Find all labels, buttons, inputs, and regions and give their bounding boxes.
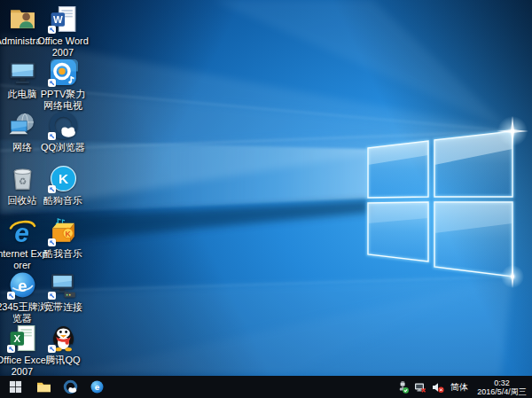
tencent-qq-icon <box>49 324 78 353</box>
internet-explorer-icon: e <box>8 217 37 246</box>
kuwo-music-icon: K <box>49 217 78 246</box>
clock-date: 2016/5/4/周三 <box>477 387 527 396</box>
shortcut-arrow-icon <box>48 132 56 140</box>
desktop-icon-qq-browser[interactable]: QQ浏览器 <box>43 111 83 164</box>
word-icon: W <box>49 4 78 34</box>
desktop-icon-label: 宽带连接 <box>35 301 91 313</box>
shortcut-arrow-icon <box>48 26 56 34</box>
shortcut-arrow-icon <box>48 185 56 193</box>
desktop-icon-label: 腾讯QQ <box>35 355 91 366</box>
shortcut-arrow-icon <box>48 79 56 87</box>
start-button[interactable] <box>0 376 30 398</box>
desktop-icon-label: PPTV聚力 网络电视 <box>35 89 91 111</box>
shortcut-arrow-icon <box>48 292 56 300</box>
desktop-icon-kuwo-music[interactable]: K 酷我音乐 <box>43 217 83 270</box>
qq-browser-icon <box>63 379 78 394</box>
svg-text:e: e <box>94 382 99 392</box>
recycle-bin-icon: ♻ <box>8 164 37 193</box>
svg-text:K: K <box>65 230 71 238</box>
kugou-music-icon: K <box>49 164 78 193</box>
windows-start-icon <box>9 380 22 394</box>
svg-text:K: K <box>58 171 68 186</box>
file-explorer-icon <box>36 380 51 394</box>
svg-text:♻: ♻ <box>18 176 26 186</box>
volume-muted-icon[interactable] <box>432 381 444 394</box>
taskbar-qq-browser-button[interactable] <box>57 376 83 398</box>
desktop-icon-label: QQ浏览器 <box>35 142 91 153</box>
user-folder-icon <box>8 4 37 34</box>
shortcut-arrow-icon <box>7 345 15 353</box>
desktop-icon-office-word[interactable]: W Office Word 2007 <box>43 4 83 58</box>
broadband-connection-icon <box>49 270 78 300</box>
desktop-icon-2345-browser[interactable]: e 2345王牌浏览器 <box>2 270 43 324</box>
excel-icon: X <box>8 324 37 353</box>
shortcut-arrow-icon <box>48 238 56 246</box>
desktop[interactable]: Administra... 此电脑 网络 ♻ 回收站 <box>0 0 532 376</box>
taskbar-file-explorer-button[interactable] <box>30 376 57 398</box>
desktop-icon-label: 酷我音乐 <box>35 248 91 260</box>
desktop-icon-pptv[interactable]: PPTV聚力 网络电视 <box>43 58 83 111</box>
qq-browser-icon <box>49 111 78 140</box>
svg-text:W: W <box>52 14 62 25</box>
desktop-icon-network[interactable]: 网络 <box>2 111 43 164</box>
windows10-desktop-screen: Administra... 此电脑 网络 ♻ 回收站 <box>0 0 532 398</box>
taskbar-2345-browser-button[interactable]: e <box>83 376 110 398</box>
taskbar-clock[interactable]: 0:32 2016/5/4/周三 <box>474 378 529 396</box>
2345-browser-icon: e <box>8 270 37 300</box>
windows-logo <box>368 131 512 277</box>
safely-remove-hardware-icon[interactable] <box>396 381 409 394</box>
svg-text:e: e <box>18 277 27 295</box>
svg-text:X: X <box>13 333 20 344</box>
desktop-icon-label: 酷狗音乐 <box>35 195 91 207</box>
pptv-icon <box>49 58 78 87</box>
desktop-icon-grid: Administra... 此电脑 网络 ♻ 回收站 <box>2 4 83 376</box>
this-pc-icon <box>8 58 37 87</box>
language-indicator[interactable]: 简体 <box>450 376 469 398</box>
desktop-icon-label: Office Word 2007 <box>35 35 91 58</box>
taskbar: e 简体 0:32 2016/5/4/周三 <box>0 376 532 398</box>
system-tray: 简体 0:32 2016/5/4/周三 <box>396 376 529 398</box>
desktop-icon-recycle-bin[interactable]: ♻ 回收站 <box>2 164 43 217</box>
shortcut-arrow-icon <box>48 345 56 353</box>
shortcut-arrow-icon <box>7 292 15 300</box>
network-globe-icon <box>8 111 37 140</box>
desktop-icon-broadband[interactable]: 宽带连接 <box>43 270 83 324</box>
clock-time: 0:32 <box>477 378 527 387</box>
desktop-icon-tencent-qq[interactable]: 腾讯QQ <box>43 324 83 376</box>
2345-browser-icon: e <box>90 379 105 394</box>
windows-logo-glow <box>368 131 512 277</box>
desktop-icon-office-excel[interactable]: X Office Excel 2007 <box>2 324 43 376</box>
desktop-icon-internet-explorer[interactable]: e Internet Explorer <box>2 217 43 270</box>
desktop-icon-kugou-music[interactable]: K 酷狗音乐 <box>43 164 83 217</box>
network-disconnected-icon[interactable] <box>414 381 426 394</box>
